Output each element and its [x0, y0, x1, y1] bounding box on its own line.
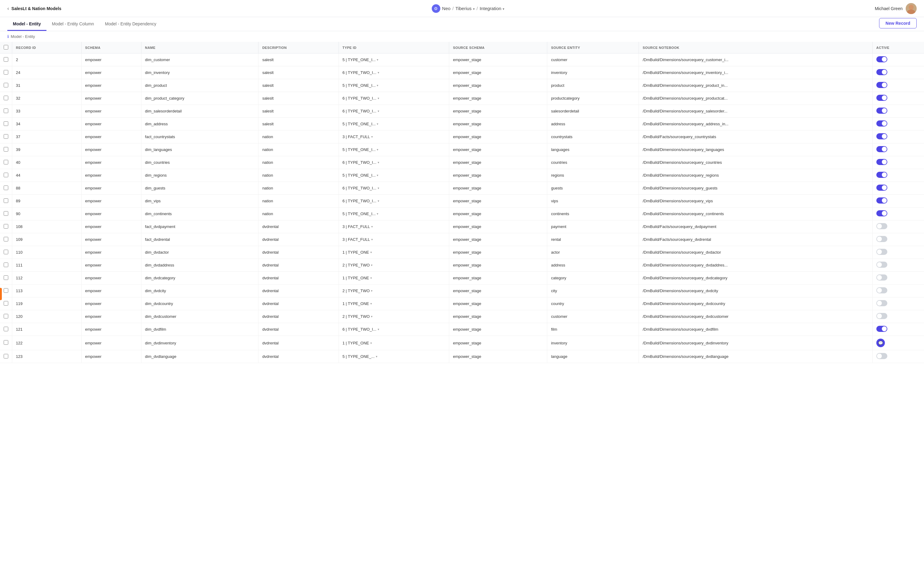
active-toggle[interactable] [876, 353, 887, 359]
cell-type-id[interactable]: 6 | TYPE_TWO_I...▾ [338, 195, 449, 208]
cell-type-id[interactable]: 1 | TYPE_ONE▾ [338, 246, 449, 259]
type-dropdown-icon[interactable]: ▾ [377, 173, 378, 177]
type-dropdown-icon[interactable]: ▾ [371, 263, 373, 267]
type-dropdown-icon[interactable]: ▾ [370, 251, 372, 254]
cell-active[interactable] [872, 130, 924, 143]
cell-active[interactable] [872, 105, 924, 118]
cell-type-id[interactable]: 5 | TYPE_ONE_I...▾ [338, 169, 449, 182]
active-toggle[interactable] [876, 185, 887, 191]
cell-active[interactable] [872, 259, 924, 272]
row-checkbox[interactable] [4, 288, 8, 293]
avatar[interactable] [906, 3, 917, 14]
row-checkbox[interactable] [4, 250, 8, 254]
type-dropdown-icon[interactable]: ▾ [370, 341, 372, 345]
row-checkbox[interactable] [4, 134, 8, 139]
row-checkbox[interactable] [4, 198, 8, 203]
tab-model-entity-column[interactable]: Model - Entity Column [46, 17, 100, 31]
row-checkbox[interactable] [4, 121, 8, 126]
cell-type-id[interactable]: 6 | TYPE_TWO_I...▾ [338, 66, 449, 79]
type-dropdown-icon[interactable]: ▾ [378, 71, 379, 74]
row-checkbox[interactable] [4, 237, 8, 241]
active-toggle[interactable] [876, 210, 887, 216]
active-toggle[interactable] [876, 107, 887, 114]
row-checkbox[interactable] [4, 211, 8, 216]
active-toggle[interactable] [876, 197, 887, 203]
group-label[interactable]: Tiberius ▾ [455, 6, 475, 11]
cell-active[interactable] [872, 92, 924, 105]
new-record-button[interactable]: New Record [879, 18, 917, 28]
cell-type-id[interactable]: 5 | TYPE_ONE_I...▾ [338, 143, 449, 156]
row-checkbox[interactable] [4, 263, 8, 267]
cell-type-id[interactable]: 2 | TYPE_TWO▾ [338, 284, 449, 297]
cell-active[interactable] [872, 208, 924, 220]
row-checkbox[interactable] [4, 340, 8, 345]
row-checkbox[interactable] [4, 83, 8, 88]
active-toggle[interactable] [876, 133, 887, 139]
cell-active[interactable] [872, 323, 924, 336]
row-checkbox[interactable] [4, 224, 8, 229]
cell-active[interactable] [872, 297, 924, 310]
cell-active[interactable] [872, 66, 924, 79]
row-checkbox[interactable] [4, 354, 8, 358]
type-dropdown-icon[interactable]: ▾ [378, 161, 379, 164]
active-toggle[interactable] [876, 82, 887, 88]
cell-active[interactable] [872, 310, 924, 323]
cell-type-id[interactable]: 3 | FACT_FULL▾ [338, 130, 449, 143]
chat-icon[interactable]: 💬 [876, 339, 885, 347]
cell-type-id[interactable]: 5 | TYPE_ONE_I...▾ [338, 118, 449, 130]
row-checkbox[interactable] [4, 147, 8, 152]
row-checkbox[interactable] [4, 109, 8, 113]
active-toggle[interactable] [876, 56, 887, 62]
type-dropdown-icon[interactable]: ▾ [371, 238, 373, 241]
type-dropdown-icon[interactable]: ▾ [378, 187, 379, 190]
cell-type-id[interactable]: 6 | TYPE_TWO_I...▾ [338, 182, 449, 195]
active-toggle[interactable] [876, 172, 887, 178]
active-toggle[interactable] [876, 262, 887, 268]
cell-type-id[interactable]: 1 | TYPE_ONE▾ [338, 336, 449, 350]
active-toggle[interactable] [876, 287, 887, 293]
cell-active[interactable] [872, 53, 924, 66]
active-toggle[interactable] [876, 69, 887, 75]
active-toggle[interactable] [876, 223, 887, 229]
type-dropdown-icon[interactable]: ▾ [371, 315, 373, 318]
type-dropdown-icon[interactable]: ▾ [378, 328, 379, 331]
tab-model-entity[interactable]: Model - Entity [7, 17, 46, 31]
cell-active[interactable] [872, 156, 924, 169]
type-dropdown-icon[interactable]: ▾ [378, 97, 379, 100]
type-dropdown-icon[interactable]: ▾ [377, 58, 378, 61]
type-dropdown-icon[interactable]: ▾ [378, 109, 379, 113]
row-checkbox[interactable] [4, 185, 8, 190]
cell-active[interactable] [872, 182, 924, 195]
cell-active[interactable] [872, 233, 924, 246]
type-dropdown-icon[interactable]: ▾ [371, 289, 373, 292]
cell-type-id[interactable]: 2 | TYPE_TWO▾ [338, 310, 449, 323]
cell-active[interactable] [872, 246, 924, 259]
type-dropdown-icon[interactable]: ▾ [376, 355, 377, 358]
section-label[interactable]: Integration ▾ [480, 6, 505, 11]
cell-active[interactable] [872, 195, 924, 208]
back-navigation[interactable]: ‹ SalesLt & Nation Models [7, 6, 61, 11]
row-checkbox[interactable] [4, 96, 8, 100]
type-dropdown-icon[interactable]: ▾ [370, 302, 372, 305]
row-checkbox[interactable] [4, 275, 8, 280]
type-dropdown-icon[interactable]: ▾ [371, 135, 373, 139]
cell-active[interactable] [872, 118, 924, 130]
active-toggle[interactable] [876, 121, 887, 127]
section-dropdown-icon[interactable]: ▾ [503, 7, 505, 11]
cell-active[interactable] [872, 272, 924, 284]
cell-type-id[interactable]: 5 | TYPE_ONE_I...▾ [338, 208, 449, 220]
active-toggle[interactable] [876, 326, 887, 332]
cell-type-id[interactable]: 5 | TYPE_ONE_...▾ [338, 350, 449, 363]
cell-type-id[interactable]: 1 | TYPE_ONE▾ [338, 297, 449, 310]
cell-type-id[interactable]: 3 | FACT_FULL▾ [338, 220, 449, 233]
active-toggle[interactable] [876, 236, 887, 242]
select-all-checkbox[interactable] [4, 45, 8, 50]
row-checkbox[interactable] [4, 327, 8, 331]
cell-active[interactable] [872, 79, 924, 92]
active-toggle[interactable] [876, 249, 887, 255]
active-toggle[interactable] [876, 95, 887, 101]
cell-type-id[interactable]: 6 | TYPE_TWO_I...▾ [338, 105, 449, 118]
type-dropdown-icon[interactable]: ▾ [377, 84, 378, 87]
row-checkbox[interactable] [4, 70, 8, 74]
row-checkbox[interactable] [4, 301, 8, 306]
